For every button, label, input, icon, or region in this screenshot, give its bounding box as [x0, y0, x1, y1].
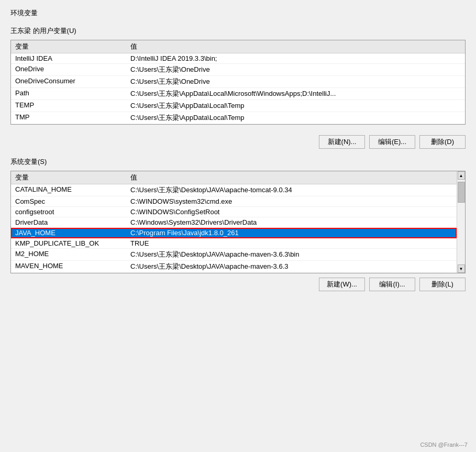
dialog-title: 环境变量: [10, 8, 466, 18]
sys-cell-val: C:\Users\王东梁\Desktop\JAVA\apache-maven-3…: [130, 262, 452, 271]
user-table-row[interactable]: TMP C:\Users\王东梁\AppData\Local\Temp: [11, 112, 465, 124]
sys-table-row[interactable]: JAVA_HOME C:\Program Files\Java\jdk1.8.0…: [11, 228, 457, 238]
scrollbar-up-button[interactable]: ▲: [458, 171, 465, 180]
watermark: CSDN @Frank---7: [420, 442, 468, 448]
sys-cell-var: ComSpec: [15, 197, 130, 205]
sys-cell-var: DriverData: [15, 218, 130, 226]
sys-cell-var: KMP_DUPLICATE_LIB_OK: [15, 239, 130, 247]
sys-cell-var: JAVA_HOME: [15, 229, 130, 237]
sys-table-row[interactable]: ComSpec C:\WINDOWS\system32\cmd.exe: [11, 196, 457, 207]
user-cell-var: OneDriveConsumer: [15, 77, 130, 86]
sys-delete-button[interactable]: 删除(L): [419, 278, 466, 291]
sys-cell-var: M2_HOME: [15, 250, 130, 259]
sys-table-row[interactable]: M2_HOME C:\Users\王东梁\Desktop\JAVA\apache…: [11, 249, 457, 261]
sys-new-button[interactable]: 新建(W)...: [319, 278, 365, 291]
user-variables-panel: 变量 值 IntelliJ IDEA D:\IntelliJ IDEA 2019…: [10, 40, 466, 125]
user-table-header: 变量 值: [11, 40, 465, 53]
user-cell-var: OneDrive: [15, 65, 130, 74]
user-table-row[interactable]: TEMP C:\Users\王东梁\AppData\Local\Temp: [11, 100, 465, 112]
sys-edit-button[interactable]: 编辑(I)...: [369, 278, 415, 291]
sys-table-area: CATALINA_HOME C:\Users\王东梁\Desktop\JAVA\…: [11, 184, 465, 273]
sys-cell-var: configsetroot: [15, 208, 130, 216]
user-table-row[interactable]: OneDrive C:\Users\王东梁\OneDrive: [11, 64, 465, 76]
user-cell-val: C:\Users\王东梁\OneDrive: [130, 65, 461, 74]
user-table-body: IntelliJ IDEA D:\IntelliJ IDEA 2019.3.3\…: [11, 53, 465, 124]
sys-cell-val: C:\Program Files\Java\jdk1.8.0_261: [130, 229, 452, 237]
user-cell-val: C:\Users\王东梁\OneDrive: [130, 77, 461, 86]
sys-button-row: 新建(W)... 编辑(I)... 删除(L): [10, 273, 466, 295]
sys-table-row[interactable]: configsetroot C:\WINDOWS\ConfigSetRoot: [11, 207, 457, 217]
user-table-row[interactable]: Path C:\Users\王东梁\AppData\Local\Microsof…: [11, 88, 465, 100]
user-cell-var: TEMP: [15, 101, 130, 111]
user-cell-val: C:\Users\王东梁\AppData\Local\Temp: [130, 113, 461, 123]
sys-cell-val: C:\WINDOWS\system32\cmd.exe: [130, 197, 452, 205]
user-table-row[interactable]: OneDriveConsumer C:\Users\王东梁\OneDrive: [11, 76, 465, 88]
user-table-row[interactable]: IntelliJ IDEA D:\IntelliJ IDEA 2019.3.3\…: [11, 53, 465, 64]
sys-cell-val: C:\Users\王东梁\Desktop\JAVA\apache-maven-3…: [130, 250, 452, 259]
sys-cell-val: TRUE: [130, 239, 452, 247]
user-delete-button[interactable]: 删除(D): [419, 135, 466, 149]
sys-table-row[interactable]: MAVEN_HOME C:\Users\王东梁\Desktop\JAVA\apa…: [11, 261, 457, 273]
scrollbar-down-button[interactable]: ▼: [458, 264, 465, 273]
sys-table-row[interactable]: KMP_DUPLICATE_LIB_OK TRUE: [11, 238, 457, 249]
sys-cell-var: CATALINA_HOME: [15, 185, 130, 195]
user-section-label: 王东梁 的用户变量(U): [10, 26, 466, 36]
sys-table-row[interactable]: DriverData C:\Windows\System32\Drivers\D…: [11, 217, 457, 228]
user-cell-var: TMP: [15, 113, 130, 123]
user-edit-button[interactable]: 编辑(E)...: [369, 135, 415, 149]
sys-table-header: 变量 值: [11, 171, 465, 184]
sys-header-var: 变量: [15, 173, 130, 182]
user-cell-val: C:\Users\王东梁\AppData\Local\Microsoft\Win…: [130, 89, 461, 98]
sys-cell-val: C:\WINDOWS\ConfigSetRoot: [130, 208, 452, 216]
user-button-row: 新建(N)... 编辑(E)... 删除(D): [10, 131, 466, 153]
sys-cell-val: C:\Windows\System32\Drivers\DriverData: [130, 218, 452, 226]
user-new-button[interactable]: 新建(N)...: [319, 135, 365, 149]
sys-table-row[interactable]: CATALINA_HOME C:\Users\王东梁\Desktop\JAVA\…: [11, 184, 457, 196]
user-cell-var: IntelliJ IDEA: [15, 54, 130, 62]
sys-scrollbar[interactable]: ▲ ▼: [457, 171, 465, 273]
sys-header-val: 值: [130, 173, 461, 182]
user-cell-val: C:\Users\王东梁\AppData\Local\Temp: [130, 101, 461, 111]
sys-variables-panel: 变量 值 CATALINA_HOME C:\Users\王东梁\Desktop\…: [10, 171, 466, 273]
user-cell-val: D:\IntelliJ IDEA 2019.3.3\bin;: [130, 54, 461, 62]
sys-cell-val: C:\Users\王东梁\Desktop\JAVA\apache-tomcat-…: [130, 185, 452, 195]
sys-table-body: CATALINA_HOME C:\Users\王东梁\Desktop\JAVA\…: [11, 184, 457, 273]
user-header-var: 变量: [15, 42, 130, 51]
sys-section-label: 系统变量(S): [10, 157, 466, 167]
user-header-val: 值: [130, 42, 461, 51]
scrollbar-thumb[interactable]: [458, 182, 465, 203]
sys-cell-var: MAVEN_HOME: [15, 262, 130, 271]
user-cell-var: Path: [15, 89, 130, 98]
